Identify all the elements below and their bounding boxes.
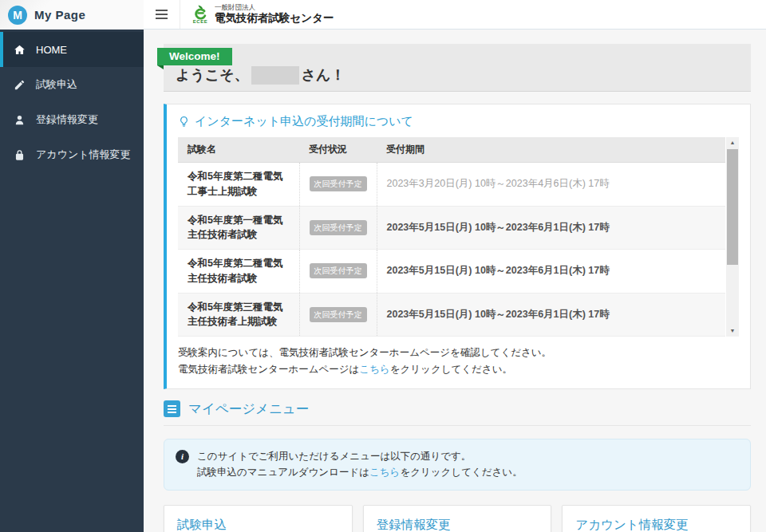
table-row: 令和5年度第三種電気主任技術者上期試験 次回受付予定 2023年5月15日(月)… (178, 293, 725, 337)
card-account-change[interactable]: アカウント情報変更 ログイン時のログインIDとパスワードを変更できます。 (562, 505, 751, 532)
pencil-icon (14, 79, 26, 91)
status-badge: 次回受付予定 (310, 263, 367, 278)
panel-title: インターネット申込の受付期間について (178, 114, 739, 129)
info-text: このサイトでご利用いただけるメニューは以下の通りです。 試験申込のマニュアルダウ… (197, 448, 523, 481)
col-header-period: 受付期間 (377, 137, 725, 163)
exam-name: 令和5年度第三種電気主任技術者上期試験 (178, 293, 299, 337)
status-badge: 次回受付予定 (310, 307, 367, 322)
table-header-row: 試験名 受付状況 受付期間 (178, 137, 725, 163)
info-icon: i (176, 450, 189, 463)
card-title: 試験申込 (177, 517, 339, 532)
exam-name: 令和5年度第二種電気工事士上期試験 (178, 163, 299, 207)
status-cell: 次回受付予定 (299, 250, 377, 294)
app-title: My Page (34, 8, 85, 22)
card-exam-apply[interactable]: 試験申込 試験の申込や申込内容の確認ができます。 (164, 505, 353, 532)
period-cell: 2023年3月20日(月) 10時～2023年4月6日(木) 17時 (377, 163, 725, 207)
scroll-down-icon[interactable]: ▼ (726, 325, 739, 337)
exam-name: 令和5年度第二種電気主任技術者試験 (178, 250, 299, 294)
exam-name: 令和5年度第一種電気主任技術者試験 (178, 206, 299, 250)
panel-notes: 受験案内については、電気技術者試験センターホームページを確認してください。 電気… (178, 345, 739, 379)
card-title: アカウント情報変更 (575, 517, 737, 532)
sidebar-item-account[interactable]: アカウント情報変更 (0, 137, 144, 172)
user-icon (14, 114, 26, 126)
sidebar-nav: HOME 試験申込 登録情報変更 アカウント情報変更 (0, 30, 144, 532)
card-profile-change[interactable]: 登録情報変更 ご登録時の連絡先情報などを変更できます。 (363, 505, 552, 532)
lightbulb-icon (178, 116, 190, 128)
reception-period-panel: インターネット申込の受付期間について 試験名 受付状況 受付期間 令和5年度第二… (164, 104, 751, 389)
mypage-menu-header: マイページメニュー (164, 400, 751, 418)
welcome-ribbon: Welcome! (157, 48, 232, 65)
mypage-logo-icon: M (8, 6, 27, 25)
table-row: 令和5年度第一種電気主任技術者試験 次回受付予定 2023年5月15日(月) 1… (178, 206, 725, 250)
note-line-2: 電気技術者試験センターホームページはこちらをクリックしてください。 (178, 361, 739, 378)
reception-table-wrap: 試験名 受付状況 受付期間 令和5年度第二種電気工事士上期試験 次回受付予定 2… (178, 137, 739, 337)
status-badge: 次回受付予定 (310, 220, 367, 235)
status-cell: 次回受付予定 (299, 163, 377, 207)
menu-info-box: i このサイトでご利用いただけるメニューは以下の通りです。 試験申込のマニュアル… (164, 439, 751, 491)
period-cell: 2023年5月15日(月) 10時～2023年6月1日(木) 17時 (377, 293, 725, 337)
scrollbar-thumb[interactable] (727, 149, 738, 265)
period-cell: 2023年5月15日(月) 10時～2023年6月1日(木) 17時 (377, 250, 725, 294)
sidebar-item-profile[interactable]: 登録情報変更 (0, 102, 144, 137)
sidebar-item-label: 試験申込 (36, 77, 77, 92)
welcome-banner: Welcome! ようこそ、 さん！ (164, 44, 751, 92)
note-line-1: 受験案内については、電気技術者試験センターホームページを確認してください。 (178, 345, 739, 361)
page-header: ECEE 一般財団法人 電気技術者試験センター (144, 0, 766, 30)
period-cell: 2023年5月15日(月) 10時～2023年6月1日(木) 17時 (377, 206, 725, 250)
col-header-exam: 試験名 (178, 137, 299, 163)
section-divider (164, 425, 751, 426)
org-name: 電気技術者試験センター (215, 12, 334, 26)
ecee-label: ECEE (193, 19, 207, 24)
homepage-link[interactable]: こちら (359, 364, 389, 375)
scroll-up-icon[interactable]: ▲ (726, 137, 739, 148)
manual-download-link[interactable]: こちら (369, 467, 400, 478)
card-title: 登録情報変更 (377, 517, 539, 532)
org-logo: ECEE 一般財団法人 電気技術者試験センター (180, 3, 334, 26)
sidebar-item-label: 登録情報変更 (36, 112, 98, 127)
table-row: 令和5年度第二種電気工事士上期試験 次回受付予定 2023年3月20日(月) 1… (178, 163, 725, 207)
status-cell: 次回受付予定 (299, 293, 377, 337)
sidebar-item-home[interactable]: HOME (0, 32, 144, 67)
col-header-status: 受付状況 (299, 137, 377, 163)
info-line-2: 試験申込のマニュアルダウンロードはこちらをクリックしてください。 (197, 464, 523, 481)
sidebar-item-label: アカウント情報変更 (36, 148, 131, 162)
greeting-text: ようこそ、 さん！ (176, 65, 739, 85)
main-content: Welcome! ようこそ、 さん！ インターネット申込の受付期間について 試験… (144, 30, 766, 532)
table-scrollbar[interactable]: ▲ ▼ (726, 137, 739, 337)
status-cell: 次回受付予定 (299, 206, 377, 250)
sidebar-item-apply[interactable]: 試験申込 (0, 67, 144, 102)
home-icon (14, 44, 26, 56)
ecee-leaf-icon: ECEE (192, 5, 209, 24)
sidebar-item-label: HOME (36, 44, 67, 56)
reception-table: 試験名 受付状況 受付期間 令和5年度第二種電気工事士上期試験 次回受付予定 2… (178, 137, 725, 337)
lock-icon (14, 149, 26, 161)
info-line-1: このサイトでご利用いただけるメニューは以下の通りです。 (197, 448, 523, 465)
brand-area: M My Page (0, 0, 144, 30)
top-bar: M My Page ECEE 一般財団法人 電気技術者試験センター (0, 0, 766, 30)
sidebar-toggle-icon[interactable] (144, 0, 180, 29)
menu-list-icon (164, 400, 180, 417)
table-row: 令和5年度第二種電気主任技術者試験 次回受付予定 2023年5月15日(月) 1… (178, 250, 725, 294)
mypage-menu-title: マイページメニュー (188, 400, 309, 418)
status-badge: 次回受付予定 (310, 176, 367, 191)
menu-cards: 試験申込 試験の申込や申込内容の確認ができます。 登録情報変更 ご登録時の連絡先… (164, 505, 751, 532)
user-name-redacted (251, 66, 299, 85)
org-subtitle: 一般財団法人 (215, 3, 334, 12)
